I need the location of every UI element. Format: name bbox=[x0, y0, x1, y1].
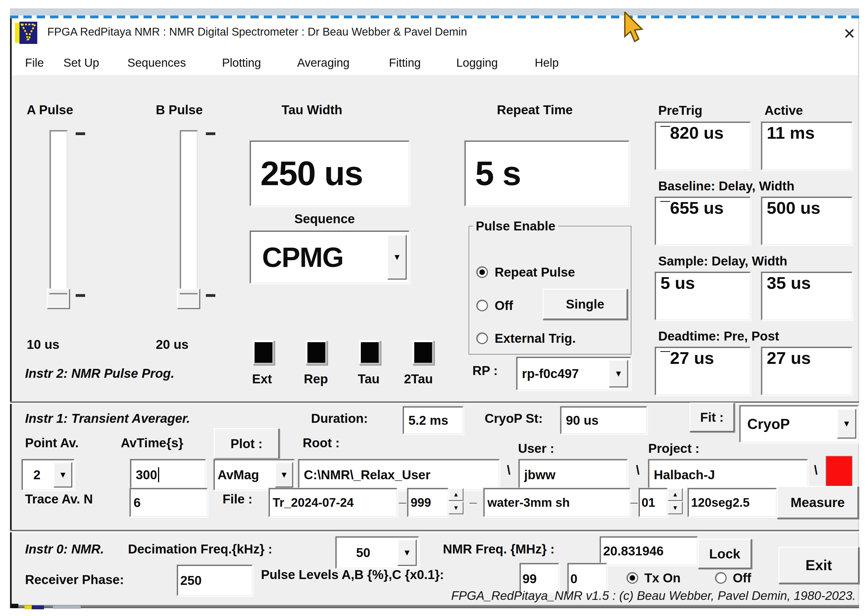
chevron-down-icon: ▼ bbox=[393, 252, 401, 262]
file-date-input[interactable]: Tr_2024-07-24 bbox=[269, 488, 397, 517]
window-bottom-corner bbox=[10, 604, 18, 608]
repeat-time-field[interactable]: 5 s bbox=[465, 141, 629, 206]
close-button[interactable]: ✕ bbox=[840, 24, 859, 43]
sample-width-field: 35 us bbox=[761, 272, 852, 320]
tx-on-label[interactable]: Tx On bbox=[644, 570, 681, 585]
spin-down-icon: ▼ bbox=[449, 501, 463, 514]
single-button[interactable]: Single bbox=[542, 289, 628, 320]
b-pulse-slider-thumb[interactable] bbox=[177, 289, 200, 309]
trace-av-value: 6 bbox=[131, 495, 141, 510]
plot-dropdown-button[interactable]: ▼ bbox=[275, 462, 293, 487]
file-idx-input[interactable]: 01 bbox=[639, 488, 668, 517]
tau-width-label: Tau Width bbox=[282, 102, 342, 117]
menu-plotting[interactable]: Plotting bbox=[222, 56, 261, 69]
menu-sequences[interactable]: Sequences bbox=[128, 56, 186, 69]
cryop-st-field[interactable]: 90 us bbox=[560, 406, 647, 434]
measure-button[interactable]: Measure bbox=[777, 486, 859, 519]
menu-file[interactable]: File bbox=[25, 56, 44, 69]
off-radio[interactable] bbox=[476, 300, 488, 311]
off-label[interactable]: Off bbox=[495, 298, 513, 313]
rp-dropdown-button[interactable]: ▼ bbox=[609, 360, 628, 388]
indicator-rep-label: Rep bbox=[304, 371, 328, 387]
cryop-st-label: CryoP St: bbox=[485, 411, 543, 426]
lock-button-label: Lock bbox=[709, 546, 740, 561]
a-pulse-slider-thumb[interactable] bbox=[47, 289, 70, 309]
plot-button[interactable]: Plot : bbox=[214, 428, 279, 459]
repeat-pulse-radio[interactable] bbox=[476, 266, 488, 278]
receiver-phase-label: Receiver Phase: bbox=[25, 572, 124, 587]
root-input[interactable]: C:\NMR\_Relax_User bbox=[298, 459, 499, 490]
file-seq-value: 999 bbox=[408, 496, 431, 509]
tx-off-label[interactable]: Off bbox=[733, 570, 751, 585]
file-idx-value: 01 bbox=[640, 496, 655, 509]
user-label: User : bbox=[518, 441, 554, 456]
repeat-pulse-label[interactable]: Repeat Pulse bbox=[495, 265, 575, 280]
menu-help[interactable]: Help bbox=[535, 56, 559, 69]
sequence-dropdown-button[interactable]: ▼ bbox=[387, 235, 407, 280]
file-sample-input[interactable]: water-3mm sh bbox=[484, 488, 630, 517]
receiver-phase-input[interactable]: 250 bbox=[177, 565, 253, 596]
menu-averaging[interactable]: Averaging bbox=[297, 56, 350, 69]
window-top-strip bbox=[10, 8, 859, 16]
tx-off-radio[interactable] bbox=[715, 572, 727, 584]
a-pulse-value: 10 us bbox=[27, 337, 60, 352]
file-seq-spinner[interactable]: ▲ ▼ bbox=[449, 488, 463, 515]
spin-down-icon: ▼ bbox=[668, 501, 683, 514]
tau-width-value: 250 us bbox=[251, 154, 363, 193]
b-pulse-slider-track[interactable] bbox=[180, 130, 198, 295]
menu-logging[interactable]: Logging bbox=[456, 56, 498, 69]
nmr-freq-input[interactable]: 20.831946 bbox=[600, 536, 698, 566]
pulse-level-b-value: 0 bbox=[569, 571, 578, 586]
b-pulse-value: 20 us bbox=[156, 337, 189, 352]
deadtime-post-field: 27 us bbox=[761, 347, 852, 395]
avtime-value: 300 bbox=[131, 467, 157, 482]
decimation-dropdown-button[interactable]: ▼ bbox=[397, 539, 417, 566]
a-pulse-tick-top bbox=[76, 132, 85, 135]
active-label: Active bbox=[764, 103, 803, 118]
file-idx-spinner[interactable]: ▲ ▼ bbox=[668, 488, 683, 515]
fit-button-label: Fit : bbox=[700, 410, 724, 425]
sample-width-value: 35 us bbox=[762, 273, 811, 293]
baseline-width-value: 500 us bbox=[762, 198, 821, 218]
tau-width-field[interactable]: 250 us bbox=[250, 141, 410, 206]
menu-fitting[interactable]: Fitting bbox=[389, 56, 421, 69]
avtime-input[interactable]: 300 bbox=[130, 459, 206, 490]
exit-button[interactable]: Exit bbox=[778, 547, 859, 584]
trace-av-input[interactable]: 6 bbox=[130, 488, 208, 517]
indicator-2tau bbox=[412, 340, 434, 365]
window-title: FPGA RedPitaya NMR : NMR Digital Spectro… bbox=[47, 25, 467, 38]
taskbar-icon-sliver bbox=[32, 605, 44, 609]
external-trig-label[interactable]: External Trig. bbox=[495, 331, 576, 346]
tx-on-radio[interactable] bbox=[627, 572, 638, 584]
fit-dropdown-button[interactable]: ▼ bbox=[837, 409, 856, 438]
lock-button[interactable]: Lock bbox=[698, 539, 752, 569]
decimation-value: 50 bbox=[337, 545, 370, 560]
point-av-dropdown-button[interactable]: ▼ bbox=[54, 462, 72, 487]
file-seq-input[interactable]: 999 bbox=[407, 488, 449, 517]
indicator-tau bbox=[359, 340, 381, 365]
sequence-combo[interactable]: CPMG bbox=[250, 231, 410, 284]
app-icon bbox=[15, 22, 37, 44]
instr0-title: Instr 0: NMR. bbox=[25, 542, 104, 556]
duration-label: Duration: bbox=[311, 411, 368, 426]
indicator-rep bbox=[306, 340, 327, 365]
spin-up-icon: ▲ bbox=[668, 488, 683, 501]
b-pulse-tick-bottom bbox=[206, 294, 215, 297]
version-text: FPGA_RedPitaya_NMR v1.5 : (c) Beau Webbe… bbox=[451, 589, 856, 603]
a-pulse-tick-bottom bbox=[76, 294, 85, 297]
receiver-phase-value: 250 bbox=[178, 573, 202, 588]
rp-label: RP : bbox=[473, 363, 498, 378]
external-trig-radio[interactable] bbox=[476, 332, 488, 344]
user-input[interactable]: jbww bbox=[518, 459, 628, 490]
mouse-cursor bbox=[623, 12, 651, 45]
file-seg-field[interactable]: 120seg2.5 bbox=[688, 488, 777, 517]
project-color-swatch[interactable] bbox=[826, 456, 852, 490]
a-pulse-slider-track[interactable] bbox=[49, 130, 68, 295]
path-separator: \ bbox=[814, 462, 818, 478]
deadtime-pre-field: ¯27 us bbox=[655, 347, 751, 395]
fit-button[interactable]: Fit : bbox=[689, 402, 734, 432]
close-icon: ✕ bbox=[843, 25, 855, 42]
file-label: File : bbox=[222, 492, 252, 506]
baseline-label: Baseline: Delay, Width bbox=[658, 178, 794, 193]
menu-set-up[interactable]: Set Up bbox=[63, 56, 99, 69]
